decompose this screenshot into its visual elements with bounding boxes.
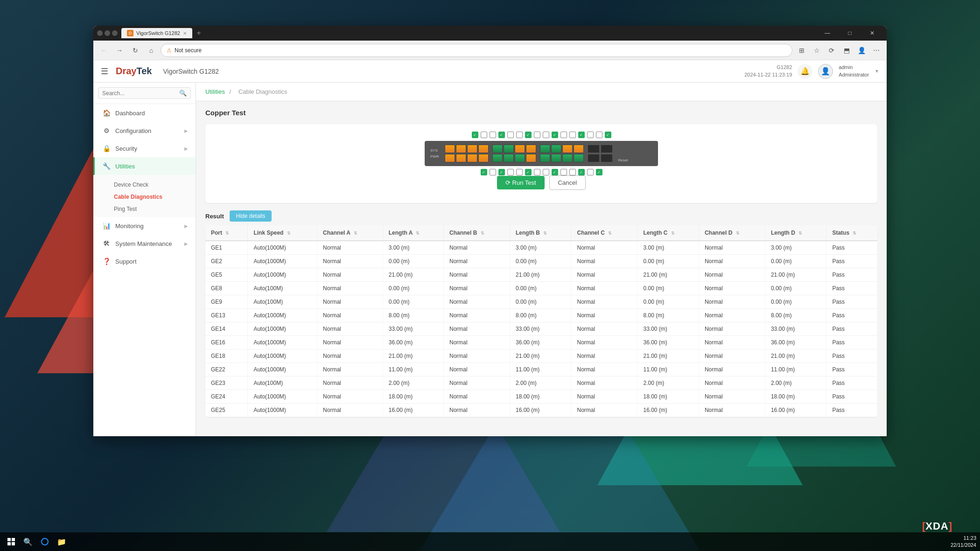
port-15[interactable] [526, 154, 536, 162]
port-checkbox-8[interactable] [534, 132, 540, 138]
cancel-button[interactable]: Cancel [549, 175, 586, 190]
url-input[interactable]: ⚠ Not secure [161, 44, 792, 57]
sidebar-item-dashboard[interactable]: 🏠 Dashboard [93, 104, 196, 122]
bot-checkbox-13[interactable] [587, 169, 594, 175]
port-4[interactable] [456, 145, 466, 153]
bot-checkbox-3[interactable] [498, 169, 505, 175]
port-checkbox-6[interactable] [516, 132, 523, 138]
sfp-port-25[interactable] [588, 145, 600, 153]
hide-details-button[interactable]: Hide details [230, 210, 272, 222]
port-14[interactable] [515, 145, 525, 153]
breadcrumb-parent[interactable]: Utilities [205, 88, 225, 95]
port-3[interactable] [456, 154, 466, 162]
port-checkbox-14[interactable] [587, 132, 594, 138]
sidebar-item-security[interactable]: 🔒 Security ▶ [93, 139, 196, 157]
favorites-button[interactable]: ☆ [810, 44, 823, 57]
start-button[interactable] [4, 534, 19, 549]
run-test-button[interactable]: ⟳ Run Test [497, 176, 545, 189]
close-button[interactable]: ✕ [861, 26, 883, 41]
port-6[interactable] [467, 145, 477, 153]
sidebar-item-support[interactable]: ❓ Support [93, 252, 196, 270]
col-channel-d[interactable]: Channel D ⇅ [699, 225, 765, 241]
port-18[interactable] [540, 145, 550, 153]
sfp-port-28[interactable] [601, 154, 613, 162]
sfp-port-26[interactable] [588, 154, 600, 162]
col-channel-a[interactable]: Channel A ⇅ [317, 225, 383, 241]
port-checkbox-13[interactable] [578, 132, 585, 138]
bot-checkbox-10[interactable] [560, 169, 567, 175]
sidebar-item-monitoring[interactable]: 📊 Monitoring ▶ [93, 217, 196, 235]
col-port[interactable]: Port ⇅ [205, 225, 248, 241]
port-16[interactable] [526, 145, 536, 153]
bot-checkbox-8[interactable] [543, 169, 549, 175]
forward-button[interactable]: → [113, 44, 126, 57]
active-tab[interactable]: D VigorSwitch G1282 ✕ [121, 28, 192, 38]
menu-button[interactable]: ⋯ [870, 44, 883, 57]
port-checkbox-5[interactable] [507, 132, 514, 138]
maximize-button[interactable]: □ [839, 26, 861, 41]
col-channel-b[interactable]: Channel B ⇅ [444, 225, 510, 241]
port-5[interactable] [467, 154, 477, 162]
port-8[interactable] [478, 145, 489, 153]
port-checkbox-4[interactable] [498, 132, 505, 138]
col-channel-c[interactable]: Channel C ⇅ [571, 225, 637, 241]
bot-checkbox-9[interactable] [552, 169, 558, 175]
taskbar-explorer-icon[interactable]: 📁 [54, 534, 69, 549]
port-21[interactable] [562, 154, 573, 162]
bot-checkbox-6[interactable] [525, 169, 532, 175]
bot-checkbox-4[interactable] [507, 169, 514, 175]
port-checkbox-9[interactable] [543, 132, 549, 138]
back-button[interactable]: ← [97, 44, 110, 57]
submenu-cable-diagnostics[interactable]: Cable Diagnostics [114, 191, 196, 203]
search-icon[interactable]: 🔍 [179, 90, 187, 97]
port-checkbox-1[interactable] [472, 132, 478, 138]
port-24[interactable] [574, 145, 584, 153]
port-1[interactable] [445, 154, 455, 162]
port-checkbox-10[interactable] [552, 132, 558, 138]
port-checkbox-16[interactable] [605, 132, 611, 138]
port-23[interactable] [574, 154, 584, 162]
user-dropdown-icon[interactable]: ▼ [875, 69, 879, 74]
col-status[interactable]: Status ⇅ [826, 225, 877, 241]
bot-checkbox-2[interactable] [490, 169, 496, 175]
extensions-button[interactable]: ⊞ [795, 44, 808, 57]
port-checkbox-3[interactable] [490, 132, 496, 138]
bot-checkbox-12[interactable] [578, 169, 585, 175]
port-11[interactable] [504, 154, 514, 162]
port-19[interactable] [551, 154, 561, 162]
port-13[interactable] [515, 154, 525, 162]
bot-checkbox-11[interactable] [569, 169, 576, 175]
port-9[interactable] [492, 154, 503, 162]
cast-button[interactable]: ⬒ [840, 44, 853, 57]
taskbar-search-icon[interactable]: 🔍 [21, 534, 35, 549]
port-checkbox-11[interactable] [560, 132, 567, 138]
port-17[interactable] [540, 154, 550, 162]
port-7[interactable] [478, 154, 489, 162]
port-checkbox-7[interactable] [525, 132, 532, 138]
port-20[interactable] [551, 145, 561, 153]
submenu-device-check[interactable]: Device Check [114, 179, 196, 191]
profile-button[interactable]: 👤 [855, 44, 868, 57]
tab-close-button[interactable]: ✕ [183, 31, 187, 36]
menu-toggle-icon[interactable]: ☰ [101, 66, 108, 77]
col-length-a[interactable]: Length A ⇅ [383, 225, 443, 241]
minimize-button[interactable]: — [817, 26, 838, 41]
port-checkbox-15[interactable] [596, 132, 602, 138]
submenu-ping-test[interactable]: Ping Test [114, 203, 196, 215]
taskbar-browser-icon[interactable] [37, 534, 52, 549]
notification-bell-icon[interactable]: 🔔 [798, 64, 812, 79]
port-2[interactable] [445, 145, 455, 153]
port-10[interactable] [492, 145, 503, 153]
port-12[interactable] [504, 145, 514, 153]
bot-checkbox-7[interactable] [534, 169, 540, 175]
home-button[interactable]: ⌂ [145, 44, 158, 57]
port-checkbox-12[interactable] [569, 132, 576, 138]
col-length-b[interactable]: Length B ⇅ [510, 225, 571, 241]
sidebar-item-configuration[interactable]: ⚙ Configuration ▶ [93, 122, 196, 139]
new-tab-button[interactable]: + [194, 28, 203, 38]
search-input[interactable] [102, 90, 176, 97]
sidebar-item-system-maintenance[interactable]: 🛠 System Maintenance ▶ [93, 235, 196, 252]
col-length-c[interactable]: Length C ⇅ [637, 225, 699, 241]
bot-checkbox-5[interactable] [516, 169, 523, 175]
port-22[interactable] [562, 145, 573, 153]
